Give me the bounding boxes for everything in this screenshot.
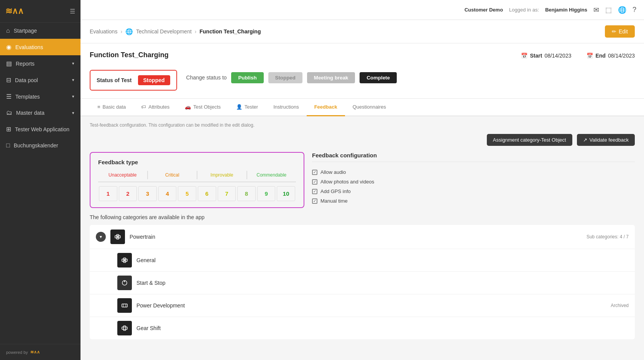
breadcrumb-evaluations[interactable]: Evaluations: [90, 28, 117, 35]
gear-shift-icon: [117, 321, 132, 335]
scale-commendable: Commendable: [247, 171, 296, 179]
feedback-actions: Assignment category-Test Object ↗ Valida…: [90, 134, 635, 146]
tab-feedback[interactable]: Feedback: [307, 99, 345, 116]
help-icon[interactable]: ?: [632, 6, 636, 14]
general-icon: [117, 253, 132, 268]
footer-logo-icon: ≋∧∧: [30, 350, 40, 355]
validate-feedback-button[interactable]: ↗ Validate feedback: [577, 134, 635, 146]
sidebar-item-data-pool[interactable]: ⊟ Data pool ▾: [0, 72, 80, 88]
scale-num-3[interactable]: 3: [138, 186, 157, 201]
calendar-start-icon: 📅: [521, 53, 527, 59]
home-icon: ⌂: [6, 27, 10, 34]
status-badge: Stopped: [138, 75, 170, 85]
sidebar-item-buchungskalender[interactable]: □ Buchungskalender: [0, 137, 80, 154]
scale-num-2[interactable]: 2: [119, 186, 137, 201]
calendar-end-icon: 📅: [586, 53, 593, 59]
tab-questionnaires[interactable]: Questionnaires: [345, 99, 394, 116]
subcategory-row-general: General: [90, 249, 635, 271]
config-allow-audio: ✓ Allow audio: [312, 167, 635, 177]
main-content: Customer Demo Logged in as: Benjamin Hig…: [80, 0, 644, 360]
sidebar-item-label: Reports: [16, 61, 34, 67]
scale-num-4[interactable]: 4: [158, 186, 177, 201]
evaluations-icon: ◉: [6, 43, 12, 51]
meeting-break-button[interactable]: Meeting break: [307, 72, 355, 83]
chevron-down-icon: ▾: [72, 61, 74, 66]
edit-icon: ✏: [612, 28, 616, 35]
sidebar-footer: powered by ≋∧∧: [0, 344, 80, 360]
logo-icon: ≋∧∧: [5, 6, 23, 16]
subcategory-row-start-stop: Start & Stop: [90, 271, 635, 294]
powered-by-label: powered by: [6, 350, 28, 355]
breadcrumb-sep1: ›: [120, 28, 122, 35]
globe-icon[interactable]: 🌐: [618, 6, 626, 14]
assign-category-button[interactable]: Assignment category-Test Object: [487, 134, 572, 146]
scale-num-7[interactable]: 7: [218, 186, 236, 201]
sidebar-item-label: Evaluations: [15, 44, 43, 50]
category-name-powertrain: Powertrain: [130, 234, 582, 240]
breadcrumb-sep2: ›: [195, 28, 197, 35]
sidebar-item-label: Tester Web Application: [15, 126, 69, 132]
feedback-section: Test-feedback configuration. This config…: [80, 116, 644, 214]
start-date: 📅 Start 08/14/2023: [521, 53, 571, 59]
config-title: Feedback configuration: [312, 152, 635, 162]
checkbox-photos[interactable]: ✓: [312, 179, 317, 185]
status-label: Status of Test: [97, 77, 132, 83]
breadcrumb-current: Function Test_Charging: [199, 28, 261, 35]
sidebar-item-evaluations[interactable]: ◉ Evaluations: [0, 39, 80, 55]
tester-icon: 👤: [236, 104, 242, 110]
chevron-down-icon: ▾: [72, 94, 74, 99]
feedback-layout: Feedback type Unacceptable Critical Impr…: [90, 152, 635, 208]
test-objects-icon: 🚗: [185, 104, 191, 110]
publish-button[interactable]: Publish: [231, 72, 263, 83]
scale-num-8[interactable]: 8: [237, 186, 256, 201]
scale-num-9[interactable]: 9: [257, 186, 276, 201]
sidebar-item-master-data[interactable]: 🗂 Master data ▾: [0, 105, 80, 121]
subcategory-name-general: General: [136, 257, 156, 263]
powertrain-icon: [110, 230, 125, 244]
master-data-icon: 🗂: [6, 109, 12, 116]
sidebar-item-tester-web[interactable]: ⊞ Tester Web Application: [0, 121, 80, 137]
tab-attributes[interactable]: 🏷 Attributes: [133, 99, 177, 116]
sidebar-item-label: Buchungskalender: [14, 142, 58, 149]
mail-icon[interactable]: ✉: [593, 6, 599, 14]
chevron-down-icon: ▾: [72, 78, 74, 83]
checkbox-gps[interactable]: ✓: [312, 189, 317, 194]
svg-rect-12: [123, 326, 126, 330]
tab-basic-data[interactable]: ≡ Basic data: [90, 99, 133, 116]
tabs-bar: ≡ Basic data 🏷 Attributes 🚗 Test Objects…: [80, 99, 644, 116]
stopped-button[interactable]: Stopped: [268, 72, 302, 83]
change-status-label: Change status to: [186, 74, 227, 81]
breadcrumb: Evaluations › 🌐 Technical Development › …: [90, 28, 261, 35]
sidebar-item-startpage[interactable]: ⌂ Startpage: [0, 23, 80, 39]
scale-improvable: Improvable: [197, 171, 247, 179]
sidebar-item-templates[interactable]: ☰ Templates ▾: [0, 88, 80, 105]
edit-button[interactable]: ✏ Edit: [605, 25, 635, 38]
checkbox-audio[interactable]: ✓: [312, 170, 317, 175]
customer-name: Customer Demo: [465, 7, 503, 13]
logout-icon[interactable]: ⬚: [605, 6, 612, 14]
tab-test-objects[interactable]: 🚗 Test Objects: [177, 99, 228, 116]
sidebar-toggle-icon[interactable]: ☰: [70, 8, 75, 15]
scale-numbers: 1 2 3 4 5 6 7 8 9 10: [98, 186, 296, 201]
sidebar-item-label: Data pool: [15, 77, 38, 83]
scale-num-6[interactable]: 6: [198, 186, 216, 201]
sidebar-item-label: Master data: [16, 110, 44, 116]
tab-tester[interactable]: 👤 Tester: [228, 99, 266, 116]
category-header-powertrain: ▾ Powertrain Sub categories: 4 / 7: [90, 225, 635, 249]
scale-num-10[interactable]: 10: [277, 186, 295, 201]
scale-num-1[interactable]: 1: [99, 186, 117, 201]
category-row-powertrain: ▾ Powertrain Sub categories: 4 / 7: [90, 225, 635, 339]
breadcrumb-tech-dev[interactable]: Technical Development: [136, 28, 192, 35]
checkbox-manual-time[interactable]: ✓: [312, 198, 317, 204]
scale-num-5[interactable]: 5: [178, 186, 196, 201]
sidebar-nav: ⌂ Startpage ◉ Evaluations ▤ Reports ▾ ⊟ …: [0, 23, 80, 344]
category-sub-count: Sub categories: 4 / 7: [586, 234, 629, 239]
content-area: Evaluations › 🌐 Technical Development › …: [80, 20, 644, 360]
sidebar-item-label: Startpage: [14, 28, 37, 34]
tab-instructions[interactable]: Instructions: [266, 99, 306, 116]
breadcrumb-bar: Evaluations › 🌐 Technical Development › …: [80, 20, 644, 43]
complete-button[interactable]: Complete: [360, 72, 397, 83]
config-gps-info: ✓ Add GPS info: [312, 187, 635, 196]
category-expand-icon[interactable]: ▾: [96, 232, 106, 242]
sidebar-item-reports[interactable]: ▤ Reports ▾: [0, 55, 80, 72]
